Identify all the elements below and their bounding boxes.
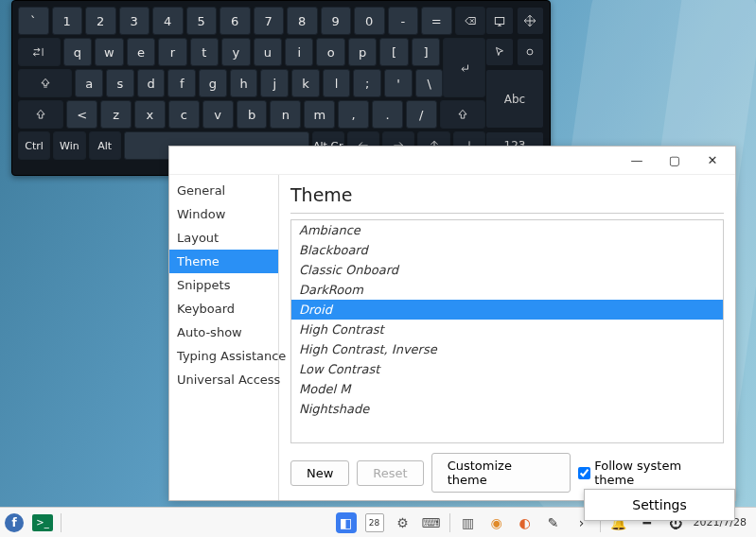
sidebar-item-theme[interactable]: Theme	[169, 250, 278, 273]
window-minimize-button[interactable]: —	[629, 153, 644, 168]
theme-item-droid[interactable]: Droid	[291, 300, 723, 320]
key-semicolon[interactable]: ;	[353, 69, 381, 97]
key-g[interactable]: g	[199, 69, 227, 97]
theme-item-ambiance[interactable]: Ambiance	[291, 220, 723, 240]
key-backslash[interactable]: \	[415, 69, 444, 97]
key-2[interactable]: 2	[85, 7, 116, 35]
window-titlebar[interactable]: — ▢ ✕	[169, 147, 735, 175]
key-b[interactable]: b	[237, 100, 268, 129]
key-p[interactable]: p	[348, 38, 377, 66]
tray-update-icon[interactable]: ◉	[486, 512, 507, 533]
sidebar-item-universal-access[interactable]: Universal Access	[169, 368, 278, 391]
sidebar-item-general[interactable]: General	[169, 179, 278, 202]
key-y[interactable]: y	[221, 38, 250, 66]
key-k[interactable]: k	[291, 69, 320, 97]
key-r[interactable]: r	[158, 38, 186, 66]
customize-theme-button[interactable]: Customize theme	[431, 453, 571, 493]
key-j[interactable]: j	[260, 69, 289, 97]
key-q[interactable]: q	[63, 38, 92, 66]
key-e[interactable]: e	[127, 38, 155, 66]
key-l[interactable]: l	[323, 69, 351, 97]
key-t[interactable]: t	[190, 38, 219, 66]
reset-theme-button[interactable]: Reset	[357, 460, 423, 486]
theme-item-low-contrast[interactable]: Low Contrast	[291, 359, 723, 379]
theme-item-darkroom[interactable]: DarkRoom	[291, 280, 723, 300]
sidebar-item-typing-assistance[interactable]: Typing Assistance	[169, 344, 278, 368]
key-minus[interactable]: -	[388, 7, 419, 35]
sidebar-item-window[interactable]: Window	[169, 202, 278, 226]
theme-item-high-contrast[interactable]: High Contrast	[291, 320, 723, 339]
key-3[interactable]: 3	[119, 7, 150, 35]
window-close-button[interactable]: ✕	[705, 153, 720, 168]
key-alt[interactable]: Alt	[89, 131, 121, 160]
key-period[interactable]: .	[372, 100, 403, 129]
follow-system-theme-input[interactable]	[578, 467, 590, 479]
key-v[interactable]: v	[202, 100, 234, 129]
key-d[interactable]: d	[137, 69, 166, 97]
key-1[interactable]: 1	[52, 7, 83, 35]
sidebar-item-keyboard[interactable]: Keyboard	[169, 297, 278, 320]
key-hover-mode[interactable]	[517, 38, 545, 66]
settings-tooltip[interactable]: Settings	[584, 489, 735, 521]
key-win[interactable]: Win	[53, 131, 85, 160]
key-bracket-open[interactable]: [	[379, 38, 408, 66]
sidebar-item-snippets[interactable]: Snippets	[169, 273, 278, 297]
theme-item-nightshade[interactable]: Nightshade	[291, 399, 723, 419]
tray-pen-icon[interactable]: ✎	[543, 512, 564, 533]
key-bracket-close[interactable]: ]	[412, 38, 440, 66]
theme-item-classic-onboard[interactable]: Classic Onboard	[291, 260, 723, 280]
key-h[interactable]: h	[230, 69, 258, 97]
theme-list[interactable]: Ambiance Blackboard Classic Onboard Dark…	[290, 219, 724, 443]
tray-settings-gear-icon[interactable]: ⚙	[393, 512, 413, 533]
follow-system-theme-checkbox[interactable]: Follow system theme	[578, 459, 724, 487]
key-move-keyboard[interactable]	[517, 7, 545, 35]
tray-usb-icon[interactable]: ▥	[458, 512, 479, 533]
key-w[interactable]: w	[95, 38, 123, 66]
key-ctrl[interactable]: Ctrl	[18, 131, 50, 160]
tray-onboard-icon[interactable]: ⌨	[421, 512, 442, 533]
key-u[interactable]: u	[254, 38, 282, 66]
key-quote[interactable]: '	[384, 69, 413, 97]
key-click-mode[interactable]	[485, 38, 514, 66]
app-menu-icon[interactable]: f	[4, 512, 25, 533]
sidebar-item-layout[interactable]: Layout	[169, 226, 278, 250]
key-n[interactable]: n	[270, 100, 301, 129]
key-x[interactable]: x	[134, 100, 166, 129]
key-c[interactable]: c	[168, 100, 200, 129]
key-a[interactable]: a	[75, 69, 103, 97]
key-equals[interactable]: =	[421, 7, 452, 35]
key-comma[interactable]: ,	[338, 100, 369, 129]
key-s[interactable]: s	[106, 69, 134, 97]
key-slash[interactable]: /	[406, 100, 437, 129]
tray-software-icon[interactable]: ◧	[336, 512, 357, 533]
key-hide-keyboard[interactable]	[485, 7, 514, 35]
theme-item-blackboard[interactable]: Blackboard	[291, 240, 723, 260]
key-capslock[interactable]	[18, 69, 72, 97]
key-layer-abc[interactable]: Abc	[485, 69, 544, 129]
window-maximize-button[interactable]: ▢	[667, 153, 682, 168]
key-backspace[interactable]	[455, 7, 486, 35]
theme-item-high-contrast-inverse[interactable]: High Contrast, Inverse	[291, 339, 723, 359]
key-i[interactable]: i	[285, 38, 313, 66]
key-less[interactable]: <	[66, 100, 97, 129]
key-backtick[interactable]: `	[18, 7, 49, 35]
tray-firefox-icon[interactable]: ◐	[515, 512, 536, 533]
terminal-icon[interactable]: >_	[32, 512, 53, 533]
key-4[interactable]: 4	[152, 7, 184, 35]
key-8[interactable]: 8	[287, 7, 318, 35]
key-5[interactable]: 5	[186, 7, 218, 35]
new-theme-button[interactable]: New	[290, 460, 349, 486]
tray-calendar-icon[interactable]: 28	[364, 512, 385, 533]
key-shift-left[interactable]	[18, 100, 63, 129]
key-m[interactable]: m	[304, 100, 335, 129]
key-7[interactable]: 7	[254, 7, 285, 35]
key-0[interactable]: 0	[354, 7, 385, 35]
key-o[interactable]: o	[316, 38, 344, 66]
key-enter[interactable]	[443, 38, 485, 97]
key-tab[interactable]	[18, 38, 61, 66]
key-z[interactable]: z	[100, 100, 132, 129]
key-f[interactable]: f	[167, 69, 196, 97]
key-6[interactable]: 6	[220, 7, 251, 35]
theme-item-model-m[interactable]: Model M	[291, 379, 723, 399]
key-shift-right[interactable]	[440, 100, 485, 129]
